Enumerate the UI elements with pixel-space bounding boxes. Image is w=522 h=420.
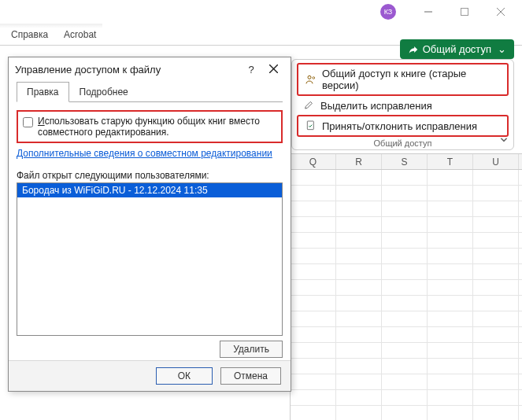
grid-cell[interactable] [382,233,428,248]
grid-cell[interactable] [336,264,382,279]
grid-cell[interactable] [382,280,428,295]
grid-cell[interactable] [382,406,428,420]
grid-cell[interactable] [428,280,473,295]
grid-cell[interactable] [336,327,382,342]
use-legacy-sharing-checkbox[interactable] [23,117,33,127]
grid-cell[interactable] [336,311,382,326]
grid-cell[interactable] [382,374,428,389]
grid-cell[interactable] [382,217,428,232]
grid-cell[interactable] [382,249,428,263]
grid-cell[interactable] [382,311,428,326]
grid-cell[interactable] [428,359,473,374]
grid-cell[interactable] [428,233,473,248]
grid-cell[interactable] [473,343,519,358]
delete-user-button[interactable]: Удалить [220,341,283,358]
share-button[interactable]: Общий доступ ⌄ [400,39,514,59]
grid-cell[interactable] [336,217,382,232]
grid-cell[interactable] [291,406,336,420]
grid-cell[interactable] [382,201,428,216]
grid-cell[interactable] [336,186,382,201]
coauthoring-info-link[interactable]: Дополнительные сведения о совместном ред… [17,148,283,159]
grid-cell[interactable] [382,343,428,358]
grid-cell[interactable] [291,233,336,248]
grid-cell[interactable] [382,170,428,185]
ribbon-collapse-chevron[interactable] [499,134,509,146]
open-users-list[interactable]: Бородач из WiFiGiD.RU - 12.12.2024 11:35 [17,182,283,336]
grid-cell[interactable] [428,327,473,342]
grid-cell[interactable] [428,311,473,326]
grid-cell[interactable] [382,359,428,374]
grid-cell[interactable] [291,327,336,342]
grid-cell[interactable] [336,201,382,216]
grid-cell[interactable] [291,280,336,295]
grid-cell[interactable] [382,264,428,279]
user-avatar[interactable]: КЗ [380,4,396,20]
highlight-changes-button[interactable]: Выделить исправления [297,96,509,115]
dialog-tab-more[interactable]: Подробнее [69,82,139,102]
maximize-button[interactable] [446,0,483,24]
dialog-tab-edit[interactable]: Правка [17,82,69,102]
grid-cell[interactable] [428,343,473,358]
tab-acrobat[interactable]: Acrobat [56,24,104,45]
grid-cell[interactable] [473,374,519,389]
close-window-button[interactable] [483,0,519,24]
grid-cell[interactable] [336,374,382,389]
grid-cell[interactable] [473,280,519,295]
grid-cell[interactable] [473,311,519,326]
minimize-button[interactable] [410,0,446,24]
grid-cell[interactable] [336,170,382,185]
grid-cell[interactable] [473,359,519,374]
grid-cell[interactable] [428,170,473,185]
column-header[interactable]: Q [291,154,336,169]
grid-cell[interactable] [428,217,473,232]
grid-cell[interactable] [291,170,336,185]
grid-cell[interactable] [291,296,336,311]
grid-cell[interactable] [291,311,336,326]
grid-cell[interactable] [291,186,336,201]
spreadsheet-grid[interactable]: QRSTU [290,153,522,420]
tab-help[interactable]: Справка [3,24,56,45]
grid-cell[interactable] [473,170,519,185]
grid-cell[interactable] [473,233,519,248]
accept-reject-changes-button[interactable]: Принять/отклонить исправления [297,115,509,137]
grid-cell[interactable] [382,390,428,405]
grid-cell[interactable] [428,374,473,389]
grid-cell[interactable] [291,359,336,374]
grid-cell[interactable] [428,406,473,420]
grid-cell[interactable] [336,406,382,420]
grid-cell[interactable] [473,327,519,342]
grid-cell[interactable] [473,406,519,420]
grid-cell[interactable] [291,374,336,389]
grid-cell[interactable] [428,201,473,216]
grid-cell[interactable] [382,186,428,201]
grid-cell[interactable] [336,233,382,248]
grid-cell[interactable] [336,280,382,295]
grid-cell[interactable] [382,327,428,342]
grid-cell[interactable] [336,359,382,374]
cancel-button[interactable]: Отмена [220,367,281,385]
column-header[interactable]: U [473,154,519,169]
dialog-close-button[interactable] [262,64,284,76]
grid-cell[interactable] [291,249,336,263]
grid-cell[interactable] [291,390,336,405]
grid-cell[interactable] [428,249,473,263]
grid-cell[interactable] [428,186,473,201]
grid-cell[interactable] [336,343,382,358]
grid-cell[interactable] [473,249,519,263]
grid-cell[interactable] [428,264,473,279]
grid-cell[interactable] [291,217,336,232]
user-list-item[interactable]: Бородач из WiFiGiD.RU - 12.12.2024 11:35 [17,183,282,197]
column-header[interactable]: R [336,154,382,169]
grid-cell[interactable] [336,249,382,263]
grid-cell[interactable] [382,296,428,311]
share-workbook-legacy-button[interactable]: Общий доступ к книге (старые версии) [297,63,509,96]
dialog-help-button[interactable]: ? [240,64,262,76]
grid-cell[interactable] [428,296,473,311]
grid-cell[interactable] [291,343,336,358]
column-header[interactable]: S [382,154,428,169]
grid-cell[interactable] [428,390,473,405]
grid-cell[interactable] [336,296,382,311]
grid-cell[interactable] [473,390,519,405]
grid-cell[interactable] [291,264,336,279]
grid-cell[interactable] [473,186,519,201]
